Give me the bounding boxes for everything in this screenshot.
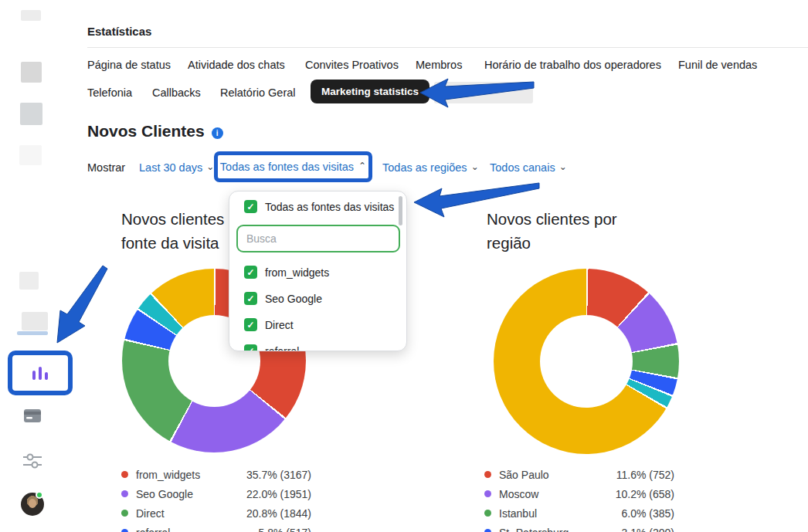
tab-relatorio-geral[interactable]: Relatório Geral (220, 86, 296, 99)
sliders-icon[interactable] (23, 453, 42, 469)
period-filter[interactable]: Last 30 days⌄ (139, 161, 214, 174)
legend-row: referral 5.8% (517) (121, 523, 311, 532)
bar-chart-icon (32, 367, 48, 380)
tab-atividade-dos-chats[interactable]: Atividade dos chats (188, 59, 285, 71)
channels-filter[interactable]: Todos canais⌄ (490, 161, 567, 174)
tab-pagina-de-status[interactable]: Página de status (87, 59, 171, 71)
dropdown-scrollbar[interactable] (399, 196, 402, 225)
chevron-down-icon: ⌄ (471, 161, 479, 172)
legend-dot (484, 490, 491, 497)
legend-row: Istanbul 6.0% (385) (484, 503, 674, 523)
legend-dot (121, 529, 128, 532)
legend-dot (121, 490, 128, 497)
sidebar-icon-1[interactable] (21, 62, 42, 83)
legend-dot (121, 471, 128, 478)
section-heading: Novos Clientes i (87, 122, 223, 141)
statistics-page: Estatísticas Página de status Atividade … (0, 0, 808, 532)
redacted-area (434, 82, 533, 103)
chevron-down-icon: ⌄ (559, 161, 567, 172)
checkbox-checked-icon[interactable]: ✓ (244, 344, 257, 351)
tab-membros[interactable]: Membros (416, 59, 462, 71)
sidebar-icon-5[interactable] (22, 312, 48, 330)
legend-dot (484, 510, 491, 517)
info-icon[interactable]: i (212, 127, 223, 139)
legend-regions: São Paulo 11.6% (752) Moscow 10.2% (658)… (484, 465, 674, 532)
chevron-down-icon: ⌄ (206, 161, 214, 172)
dropdown-search-input[interactable] (236, 225, 400, 252)
arrow-to-sidebar-statistics (57, 266, 107, 343)
donut-hole (540, 315, 633, 408)
tab-callbacks[interactable]: Callbacks (152, 86, 201, 99)
legend-row: Seo Google 22.0% (1951) (121, 484, 311, 503)
tab-marketing-statistics-active[interactable]: Marketing statistics (311, 80, 429, 103)
legend-dot (121, 510, 128, 517)
legend-row: from_widgets 35.7% (3167) (121, 465, 311, 484)
show-label: Mostrar (87, 161, 125, 174)
dropdown-option-direct[interactable]: ✓ Direct (244, 318, 294, 331)
checkbox-checked-icon[interactable]: ✓ (244, 318, 257, 331)
checkbox-checked-icon[interactable]: ✓ (244, 292, 257, 305)
sidebar-item-statistics[interactable] (8, 351, 73, 395)
legend-dot (484, 529, 491, 532)
redacted-logo (21, 10, 41, 21)
sidebar-icon-2[interactable] (20, 103, 42, 125)
divider (87, 47, 808, 48)
tab-convites-proativos[interactable]: Convites Proativos (305, 59, 399, 71)
sources-dropdown: ✓ Todas as fontes das visitas ✓ from_wid… (229, 191, 407, 351)
sources-filter-highlighted[interactable]: Todas as fontes das visitas⌃ (214, 151, 372, 182)
right-chart-title: Novos clientes por região (487, 207, 617, 255)
sidebar-selection-bar (17, 331, 48, 335)
card-icon[interactable] (24, 409, 41, 422)
regions-filter[interactable]: Todas as regiões⌄ (382, 161, 479, 174)
page-title: Estatísticas (87, 25, 151, 38)
donut-chart-regions (494, 269, 679, 454)
legend-sources: from_widgets 35.7% (3167) Seo Google 22.… (121, 465, 311, 532)
legend-row: Moscow 10.2% (658) (484, 484, 674, 503)
tab-horario-de-trabalho[interactable]: Horário de trabalho dos operadores (484, 59, 661, 71)
dropdown-option-seo-google[interactable]: ✓ Seo Google (244, 292, 322, 305)
sidebar-icon-3[interactable] (19, 145, 42, 165)
sidebar-icon-4[interactable] (19, 272, 39, 290)
section-title: Novos Clientes (87, 122, 205, 141)
checkbox-checked-icon[interactable]: ✓ (244, 266, 257, 279)
chevron-up-icon: ⌃ (358, 161, 366, 171)
tab-funil-de-vendas[interactable]: Funil de vendas (678, 59, 757, 71)
dropdown-option-from-widgets[interactable]: ✓ from_widgets (244, 266, 329, 279)
online-status-dot (36, 491, 43, 499)
legend-row: São Paulo 11.6% (752) (484, 465, 674, 484)
checkbox-checked-icon[interactable]: ✓ (244, 200, 257, 213)
avatar-face (29, 499, 36, 508)
dropdown-select-all[interactable]: ✓ Todas as fontes das visitas (244, 200, 394, 213)
legend-row: Direct 20.8% (1844) (121, 503, 311, 523)
legend-row: St.-Petersburg 3.1% (200) (484, 523, 674, 532)
legend-dot (484, 471, 491, 478)
tab-telefonia[interactable]: Telefonia (87, 86, 132, 99)
dropdown-option-referral[interactable]: ✓ referral (244, 344, 299, 351)
